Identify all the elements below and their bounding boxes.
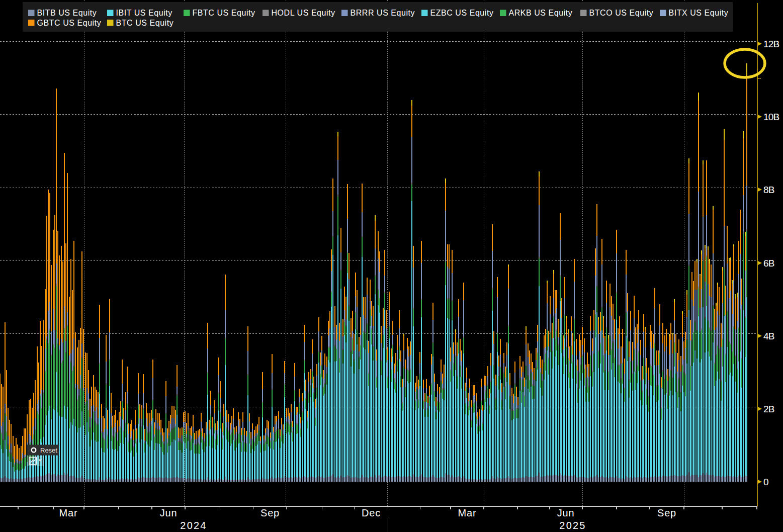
svg-text:IBIT US Equity: IBIT US Equity [116,9,172,17]
svg-text:12B: 12B [763,39,779,49]
svg-text:HODL US Equity: HODL US Equity [272,9,335,17]
svg-text:Mar: Mar [59,507,78,518]
svg-text:2025: 2025 [559,520,586,531]
svg-text:BITX US Equity: BITX US Equity [669,9,729,17]
svg-text:BTC US Equity: BTC US Equity [116,19,174,27]
svg-text:10B: 10B [763,112,779,122]
svg-text:GBTC US Equity: GBTC US Equity [37,19,102,27]
svg-text:ARKB US Equity: ARKB US Equity [509,9,573,17]
svg-text:Reset: Reset [40,447,57,454]
svg-text:FBTC US Equity: FBTC US Equity [193,9,255,17]
svg-text:Sep: Sep [657,507,676,518]
svg-text:2B: 2B [763,404,774,414]
svg-text:EZBC US Equity: EZBC US Equity [430,9,494,17]
svg-text:2024: 2024 [180,520,207,531]
svg-text:Sep: Sep [260,507,280,518]
svg-text:Dec: Dec [362,507,381,518]
svg-text:8B: 8B [763,185,774,195]
svg-text:BRRR US Equity: BRRR US Equity [351,9,415,17]
svg-text:Mar: Mar [458,507,477,518]
svg-text:4B: 4B [763,331,774,341]
svg-text:0: 0 [763,477,768,487]
svg-text:6B: 6B [763,258,774,269]
svg-text:Jun: Jun [557,507,575,518]
svg-text:BTCO US Equity: BTCO US Equity [589,9,654,17]
svg-text:Jun: Jun [160,507,178,518]
svg-text:BITB US Equity: BITB US Equity [37,9,97,17]
